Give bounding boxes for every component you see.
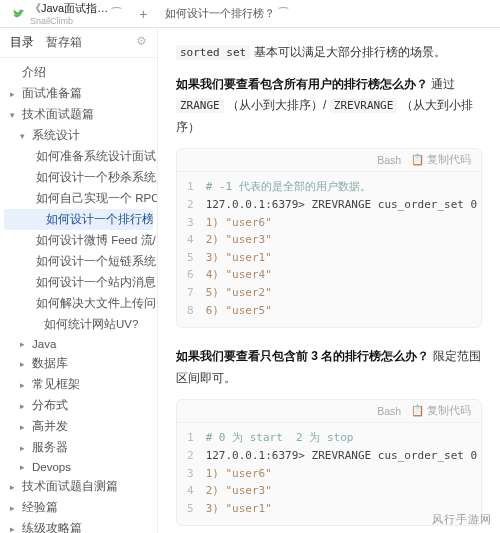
twisty-icon: ▾ [20,131,28,141]
twisty-icon: ▸ [20,422,28,432]
main-content: sorted set 基本可以满足大部分排行榜的场景。 如果我们要查看包含所有用… [158,28,500,533]
toc-item[interactable]: ▸数据库 [0,353,157,374]
toc-label: 如何设计一个排行榜？ [46,212,153,227]
toc-label: 如何解决大文件上传问… [36,296,157,311]
tab1-author: SnailClimb [30,16,108,26]
sidebar: 目录 暂存箱 ⚙ 介绍▸面试准备篇▾技术面试题篇▾系统设计如何准备系统设计面试？… [0,28,158,533]
toc-label: Java [32,338,56,350]
toc-label: 如何准备系统设计面试？ [36,149,157,164]
toc-item[interactable]: 如何设计一个站内消息… [0,272,157,293]
toc-item[interactable]: 如何设计微博 Feed 流/… [0,230,157,251]
toc-label: 数据库 [32,356,68,371]
body: 目录 暂存箱 ⚙ 介绍▸面试准备篇▾技术面试题篇▾系统设计如何准备系统设计面试？… [0,28,500,533]
toc-item[interactable]: ▸常见框架 [0,374,157,395]
twisty-icon: ▸ [10,482,18,492]
toc-label: 服务器 [32,440,68,455]
paragraph: sorted set 基本可以满足大部分排行榜的场景。 [176,42,482,64]
toc-item[interactable]: 如何准备系统设计面试？ [0,146,157,167]
twisty-icon: ▸ [20,339,28,349]
twisty-icon: ▸ [20,401,28,411]
bird-icon [12,7,26,21]
toc-item[interactable]: ▸经验篇 [0,497,157,518]
toc-item[interactable]: ▸面试准备篇 [0,83,157,104]
twisty-icon: ▾ [10,110,18,120]
toc-label: Devops [32,461,71,473]
toc-label: 如何设计一个秒杀系统？ [36,170,157,185]
toc-item[interactable]: ▾系统设计 [0,125,157,146]
lang-label[interactable]: Bash [377,405,401,417]
toc-label: 经验篇 [22,500,58,515]
twisty-icon: ▸ [20,380,28,390]
toc-label: 系统设计 [32,128,80,143]
toc-label: 面试准备篇 [22,86,82,101]
toc-label: 练级攻略篇 [22,521,82,533]
code-block: Bash 📋 复制代码 12345678# -1 代表的是全部的用户数据。127… [176,148,482,328]
tab-doc-2[interactable]: 如何设计一个排行榜？ ⁀ [157,2,296,25]
twisty-icon: ▸ [10,89,18,99]
toc-label: 技术面试题自测篇 [22,479,118,494]
toc-label: 如何自己实现一个 RPC … [36,191,157,206]
twisty-icon: ▸ [20,443,28,453]
toc-label: 常见框架 [32,377,80,392]
toc-item[interactable]: 如何解决大文件上传问… [0,293,157,314]
pin-icon[interactable]: ⁀ [279,7,288,20]
toc-item[interactable]: ▸技术面试题自测篇 [0,476,157,497]
tab-bar: 《Java面试指… SnailClimb ⁀ + 如何设计一个排行榜？ ⁀ [0,0,500,28]
tab2-title: 如何设计一个排行榜？ [165,6,275,21]
toc-item[interactable]: ▾技术面试题篇 [0,104,157,125]
gear-icon[interactable]: ⚙ [136,34,147,51]
toc-item[interactable]: 介绍 [0,62,157,83]
toc-item[interactable]: ▸Java [0,335,157,353]
sidebar-tabs: 目录 暂存箱 ⚙ [0,28,157,58]
tab-doc-1[interactable]: 《Java面试指… SnailClimb ⁀ [4,0,129,30]
paragraph: 如果我们要查看只包含前 3 名的排行榜怎么办？ 限定范围区间即可。 [176,346,482,389]
twisty-icon: ▸ [20,462,28,472]
copy-button[interactable]: 📋 复制代码 [411,404,471,418]
lang-label[interactable]: Bash [377,154,401,166]
toc-label: 技术面试题篇 [22,107,94,122]
toc-tree: 介绍▸面试准备篇▾技术面试题篇▾系统设计如何准备系统设计面试？如何设计一个秒杀系… [0,58,157,533]
code-body: 12345# 0 为 start 2 为 stop127.0.0.1:6379>… [177,423,481,525]
tab-scratch[interactable]: 暂存箱 [46,34,82,51]
tab1-title: 《Java面试指… [30,1,108,16]
toc-label: 如何统计网站UV? [44,317,138,332]
toc-item[interactable]: ▸高并发 [0,416,157,437]
pin-icon[interactable]: ⁀ [112,7,121,20]
code-toolbar: Bash 📋 复制代码 [177,400,481,423]
new-tab-button[interactable]: + [133,6,153,22]
toc-label: 分布式 [32,398,68,413]
toc-item[interactable]: 如何设计一个排行榜？ [4,209,153,230]
toc-label: 如何设计微博 Feed 流/… [36,233,157,248]
tab-toc[interactable]: 目录 [10,34,34,51]
code-block: Bash 📋 复制代码 12345# 0 为 start 2 为 stop127… [176,399,482,526]
twisty-icon: ▸ [20,359,28,369]
toc-item[interactable]: 如何统计网站UV? [0,314,157,335]
paragraph: 如果我们要查看包含所有用户的排行榜怎么办？ 通过 ZRANGE （从小到大排序）… [176,74,482,139]
toc-item[interactable]: ▸服务器 [0,437,157,458]
toc-label: 介绍 [22,65,46,80]
toc-item[interactable]: 如何设计一个短链系统？ [0,251,157,272]
toc-item[interactable]: ▸练级攻略篇 [0,518,157,533]
code-toolbar: Bash 📋 复制代码 [177,149,481,172]
app-root: 《Java面试指… SnailClimb ⁀ + 如何设计一个排行榜？ ⁀ 目录… [0,0,500,533]
toc-label: 如何设计一个站内消息… [36,275,157,290]
toc-item[interactable]: ▸分布式 [0,395,157,416]
twisty-icon: ▸ [10,524,18,534]
copy-button[interactable]: 📋 复制代码 [411,153,471,167]
toc-label: 如何设计一个短链系统？ [36,254,157,269]
toc-item[interactable]: 如何自己实现一个 RPC … [0,188,157,209]
toc-item[interactable]: ▸Devops [0,458,157,476]
toc-item[interactable]: 如何设计一个秒杀系统？ [0,167,157,188]
twisty-icon: ▸ [10,503,18,513]
toc-label: 高并发 [32,419,68,434]
code-body: 12345678# -1 代表的是全部的用户数据。127.0.0.1:6379>… [177,172,481,327]
